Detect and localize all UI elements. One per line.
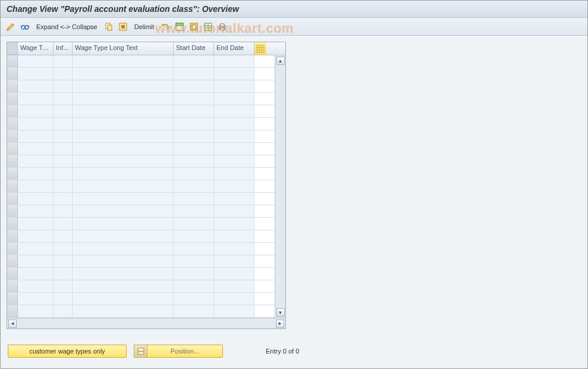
copy-icon[interactable] <box>103 21 114 32</box>
row-selector[interactable] <box>7 80 18 92</box>
row-selector[interactable] <box>7 68 18 80</box>
cell-long-text[interactable] <box>73 118 174 130</box>
cell-end-date[interactable] <box>214 143 254 155</box>
undo-icon[interactable] <box>160 21 171 32</box>
table-row[interactable] <box>7 55 275 68</box>
cell-wage-type[interactable] <box>18 105 54 117</box>
row-selector[interactable] <box>7 305 18 317</box>
cell-long-text[interactable] <box>73 193 174 205</box>
cell-start-date[interactable] <box>174 218 214 230</box>
cell-wage-type[interactable] <box>18 168 54 180</box>
cell-inf[interactable] <box>54 255 73 267</box>
cell-end-date[interactable] <box>214 305 254 317</box>
row-selector[interactable] <box>7 293 18 305</box>
row-selector[interactable] <box>7 218 18 230</box>
cell-end-date[interactable] <box>214 155 254 167</box>
table-row[interactable] <box>7 243 275 255</box>
cell-end-date[interactable] <box>214 243 254 255</box>
row-selector[interactable] <box>7 280 18 292</box>
cell-inf[interactable] <box>54 168 73 180</box>
table-row[interactable] <box>7 255 275 268</box>
cell-inf[interactable] <box>54 118 73 130</box>
expand-collapse-button[interactable]: Expand <-> Collapse <box>34 22 100 32</box>
cell-wage-type[interactable] <box>18 143 54 155</box>
select-block-icon[interactable] <box>174 21 185 32</box>
cell-start-date[interactable] <box>174 293 214 305</box>
cell-inf[interactable] <box>54 230 73 242</box>
delimit-button[interactable]: Delimit <box>132 22 157 32</box>
row-selector[interactable] <box>7 143 18 155</box>
scroll-left-icon[interactable]: ◄ <box>8 320 17 328</box>
cell-long-text[interactable] <box>73 68 174 80</box>
cell-start-date[interactable] <box>174 305 214 317</box>
cell-wage-type[interactable] <box>18 218 54 230</box>
table-row[interactable] <box>7 293 275 305</box>
cell-wage-type[interactable] <box>18 305 54 317</box>
vertical-scrollbar[interactable]: ▲ ▼ <box>275 55 285 318</box>
table-row[interactable] <box>7 218 275 230</box>
table-row[interactable] <box>7 130 275 143</box>
grid-header-long-text[interactable]: Wage Type Long Text <box>73 42 174 55</box>
cell-inf[interactable] <box>54 55 73 67</box>
table-row[interactable] <box>7 155 275 168</box>
row-selector[interactable] <box>7 268 18 280</box>
cell-inf[interactable] <box>54 143 73 155</box>
customer-wage-types-button[interactable]: customer wage types only <box>8 345 127 358</box>
cell-end-date[interactable] <box>214 93 254 105</box>
horizontal-scrollbar[interactable]: ◄ ► <box>7 318 285 329</box>
cell-wage-type[interactable] <box>18 205 54 217</box>
grid-header-start-date[interactable]: Start Date <box>174 42 214 55</box>
cell-wage-type[interactable] <box>18 230 54 242</box>
cell-end-date[interactable] <box>214 180 254 192</box>
cell-start-date[interactable] <box>174 93 214 105</box>
cell-inf[interactable] <box>54 305 73 317</box>
table-row[interactable] <box>7 118 275 130</box>
cell-long-text[interactable] <box>73 105 174 117</box>
cell-long-text[interactable] <box>73 268 174 280</box>
print-icon[interactable] <box>217 21 228 32</box>
position-button[interactable]: Position... <box>134 345 223 358</box>
cell-start-date[interactable] <box>174 143 214 155</box>
table-row[interactable] <box>7 305 275 318</box>
cell-long-text[interactable] <box>73 143 174 155</box>
cell-start-date[interactable] <box>174 155 214 167</box>
table-row[interactable] <box>7 105 275 118</box>
cell-long-text[interactable] <box>73 218 174 230</box>
table-row[interactable] <box>7 268 275 280</box>
cell-end-date[interactable] <box>214 168 254 180</box>
table-row[interactable] <box>7 205 275 218</box>
cell-long-text[interactable] <box>73 155 174 167</box>
cell-end-date[interactable] <box>214 118 254 130</box>
cell-wage-type[interactable] <box>18 268 54 280</box>
cell-long-text[interactable] <box>73 255 174 267</box>
cell-wage-type[interactable] <box>18 180 54 192</box>
cell-start-date[interactable] <box>174 205 214 217</box>
cell-wage-type[interactable] <box>18 130 54 142</box>
cell-long-text[interactable] <box>73 280 174 292</box>
cell-end-date[interactable] <box>214 255 254 267</box>
cell-inf[interactable] <box>54 218 73 230</box>
cell-start-date[interactable] <box>174 80 214 92</box>
cell-end-date[interactable] <box>214 280 254 292</box>
cell-start-date[interactable] <box>174 130 214 142</box>
cell-long-text[interactable] <box>73 243 174 255</box>
row-selector[interactable] <box>7 168 18 180</box>
cell-end-date[interactable] <box>214 105 254 117</box>
grid-configure-icon[interactable] <box>254 42 266 55</box>
cell-start-date[interactable] <box>174 68 214 80</box>
table-row[interactable] <box>7 143 275 155</box>
cell-wage-type[interactable] <box>18 243 54 255</box>
table-row[interactable] <box>7 168 275 180</box>
table-settings-icon[interactable] <box>203 21 213 32</box>
table-row[interactable] <box>7 230 275 243</box>
cell-start-date[interactable] <box>174 268 214 280</box>
cell-end-date[interactable] <box>214 230 254 242</box>
cell-inf[interactable] <box>54 193 73 205</box>
table-row[interactable] <box>7 280 275 293</box>
cell-end-date[interactable] <box>214 218 254 230</box>
cell-long-text[interactable] <box>73 180 174 192</box>
cell-long-text[interactable] <box>73 80 174 92</box>
cell-inf[interactable] <box>54 205 73 217</box>
row-selector[interactable] <box>7 180 18 192</box>
cell-inf[interactable] <box>54 105 73 117</box>
